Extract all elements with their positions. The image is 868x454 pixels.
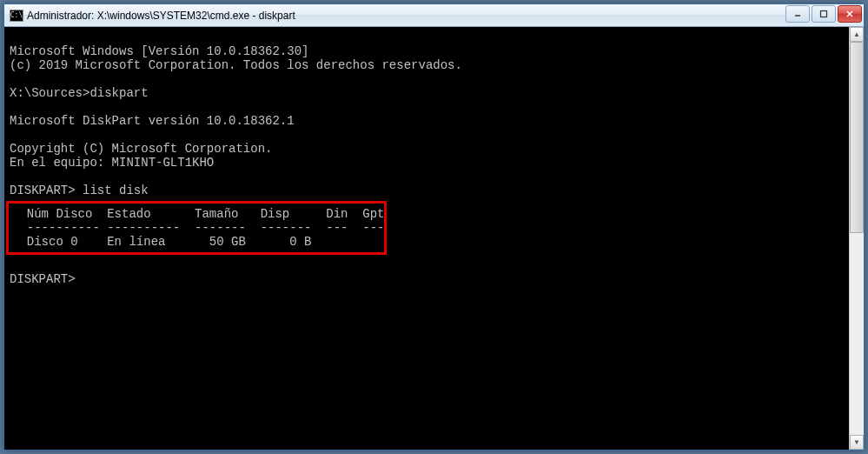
scroll-up-arrow-icon[interactable]: ▲ — [850, 27, 864, 42]
prompt-line: DISKPART> — [10, 272, 76, 286]
cmd-icon: C:\ — [10, 10, 23, 22]
output-line: Microsoft Windows [Versión 10.0.18362.30… — [10, 44, 308, 58]
console-area: Microsoft Windows [Versión 10.0.18362.30… — [4, 27, 864, 450]
window-controls — [785, 5, 862, 23]
scroll-down-arrow-icon[interactable]: ▼ — [850, 435, 864, 450]
scroll-thumb[interactable] — [850, 42, 864, 233]
disk-table-highlight: Núm Disco Estado Tamaño Disp Din Gpt ---… — [6, 201, 387, 255]
output-line: (c) 2019 Microsoft Corporation. Todos lo… — [10, 58, 462, 72]
prompt-line: X:\Sources>diskpart — [10, 86, 149, 100]
prompt-line: DISKPART> list disk — [10, 184, 149, 197]
window-title: Administrador: X:\windows\SYSTEM32\cmd.e… — [27, 10, 295, 22]
output-line: En el equipo: MININT-GLT1KHO — [10, 156, 214, 170]
title-bar[interactable]: C:\ Administrador: X:\windows\SYSTEM32\c… — [4, 4, 864, 27]
close-button[interactable] — [838, 5, 862, 23]
console-output[interactable]: Microsoft Windows [Versión 10.0.18362.30… — [4, 27, 849, 450]
maximize-button[interactable] — [812, 5, 836, 23]
table-divider: ---------- ---------- ------- ------- --… — [12, 221, 384, 235]
minimize-button[interactable] — [785, 5, 810, 23]
output-line: Microsoft DiskPart versión 10.0.18362.1 — [10, 114, 295, 128]
vertical-scrollbar[interactable]: ▲ ▼ — [849, 27, 864, 450]
cmd-window: C:\ Administrador: X:\windows\SYSTEM32\c… — [3, 3, 865, 451]
scroll-track[interactable] — [850, 42, 864, 435]
output-line: Copyright (C) Microsoft Corporation. — [10, 142, 272, 156]
table-header: Núm Disco Estado Tamaño Disp Din Gpt — [12, 207, 384, 221]
table-row: Disco 0 En línea 50 GB 0 B — [12, 235, 311, 249]
svg-rect-1 — [821, 11, 827, 17]
